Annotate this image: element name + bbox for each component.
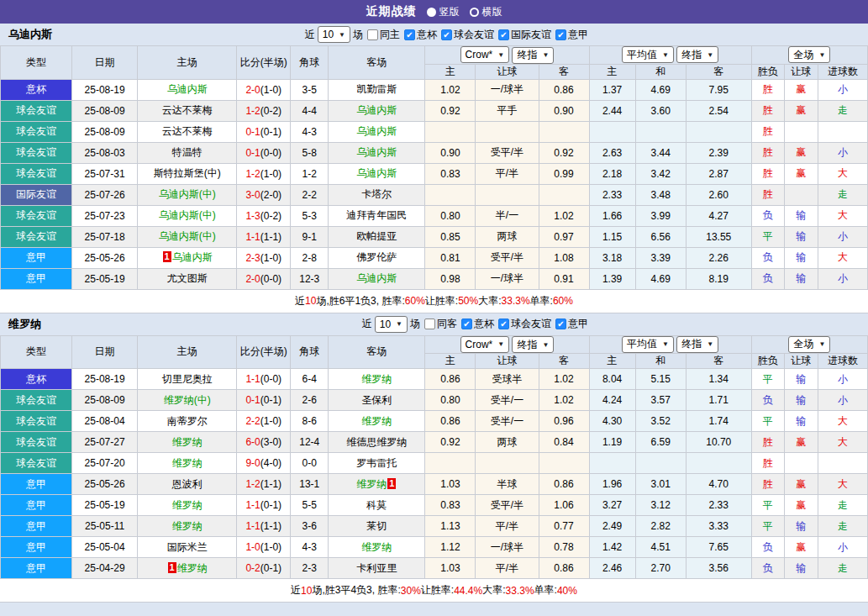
average-select[interactable]: 平均值▼ (622, 46, 674, 63)
odds-handicap: 半/一 (476, 205, 539, 226)
avg-away: 2.26 (686, 247, 751, 268)
league-checkbox[interactable]: ✔ (498, 29, 509, 40)
average-select[interactable]: 平均值▼ (622, 336, 674, 353)
same-venue-option: 同客 (424, 317, 457, 331)
league-checkbox[interactable]: ✔ (441, 29, 452, 40)
radio-horizontal-layout[interactable]: 横版 (470, 5, 502, 19)
fulltime-score: 2-2 (245, 415, 260, 427)
home-team-cell: 维罗纳 (138, 453, 237, 474)
odds-home: 1.03 (425, 474, 476, 495)
avg-final-select[interactable]: 终指▼ (676, 46, 718, 63)
home-team-name[interactable]: 南蒂罗尔 (167, 415, 208, 427)
away-team-name[interactable]: 维罗纳 (356, 478, 387, 490)
away-team-name[interactable]: 维罗纳 (361, 373, 392, 385)
odds-home: 1.12 (425, 537, 476, 558)
avg-draw: 4.69 (635, 268, 686, 289)
away-team-name[interactable]: 维罗纳 (361, 541, 392, 553)
radio-vertical-layout[interactable]: 竖版 (427, 5, 460, 19)
away-team-name[interactable]: 科莫 (366, 499, 387, 511)
away-team-name[interactable]: 乌迪内斯 (356, 167, 397, 179)
matches-count-select[interactable]: 10▼ (375, 316, 408, 333)
home-team-name[interactable]: 维罗纳 (172, 436, 203, 448)
league-checkbox[interactable]: ✔ (498, 319, 509, 329)
average-group-header: 平均值▼ 终指▼ (589, 335, 751, 354)
home-team-name[interactable]: 云达不莱梅 (162, 125, 213, 137)
odds-away: 0.84 (539, 432, 589, 453)
avg-draw: 3.52 (635, 411, 686, 432)
away-team-name[interactable]: 维德思维罗纳 (346, 436, 407, 448)
home-team-name[interactable]: 维罗纳 (172, 499, 203, 511)
away-team-name[interactable]: 佛罗伦萨 (356, 251, 397, 263)
match-row: 国际友谊25-07-26乌迪内斯(中)3-0(2-0)2-2卡塔尔2.333.4… (1, 184, 868, 205)
page: 近期战绩 竖版 横版 乌迪内斯 近10▼场同主✔意杯✔球会友谊✔国际友谊✔意甲 … (0, 0, 868, 616)
away-team-name[interactable]: 凯勤雷斯 (356, 83, 397, 95)
away-team-name[interactable]: 莱切 (366, 520, 387, 532)
scope-select[interactable]: 全场▼ (788, 336, 830, 353)
match-date: 25-07-26 (72, 184, 138, 205)
match-date: 25-08-19 (72, 79, 138, 100)
away-team-name[interactable]: 罗韦雷托 (356, 457, 397, 469)
book-final-select[interactable]: 终指▼ (512, 336, 554, 353)
avg-home: 2.44 (589, 100, 635, 121)
home-team-name[interactable]: 维罗纳 (172, 457, 203, 469)
home-team-name[interactable]: 乌迪内斯(中) (159, 230, 216, 242)
average-group-header: 平均值▼ 终指▼ (589, 46, 751, 65)
chevron-down-icon: ▼ (707, 51, 713, 59)
away-team-name[interactable]: 迪拜青年国民 (346, 209, 407, 221)
away-team-name[interactable]: 维罗纳 (361, 415, 392, 427)
match-date: 25-07-23 (72, 205, 138, 226)
home-team-name[interactable]: 维罗纳(中) (164, 394, 211, 406)
odds-home: 0.80 (425, 390, 476, 411)
goals-cell: 大 (818, 474, 867, 495)
bookmaker-select[interactable]: Crow*▼ (460, 336, 510, 353)
away-team-name[interactable]: 欧帕提亚 (356, 230, 397, 242)
book-final-select[interactable]: 终指▼ (512, 47, 554, 64)
avg-draw: 3.01 (635, 474, 686, 495)
goals-cell: 走 (818, 100, 867, 121)
league-checkbox[interactable]: ✔ (404, 29, 415, 40)
home-team-name[interactable]: 恩波利 (172, 478, 203, 490)
match-score: 1-1(0-1) (237, 495, 291, 516)
scope-select[interactable]: 全场▼ (788, 46, 830, 63)
home-team-name[interactable]: 尤文图斯 (167, 272, 208, 284)
result-cell: 平 (751, 411, 784, 432)
home-team-name[interactable]: 乌迪内斯(中) (159, 209, 216, 221)
away-team-name[interactable]: 卡塔尔 (361, 188, 392, 200)
corner-score: 4-3 (291, 121, 329, 142)
home-team-name[interactable]: 国际米兰 (167, 541, 208, 553)
league-checkbox[interactable]: ✔ (555, 319, 566, 329)
bookmaker-select[interactable]: Crow*▼ (460, 46, 510, 63)
home-team-name[interactable]: 乌迪内斯(中) (159, 188, 216, 200)
same-venue-checkbox[interactable] (424, 319, 435, 329)
away-team-name[interactable]: 圣保利 (361, 394, 392, 406)
away-team-name[interactable]: 乌迪内斯 (356, 272, 397, 284)
home-team-name[interactable]: 维罗纳 (172, 520, 203, 532)
home-team-name[interactable]: 切里尼奥拉 (162, 373, 213, 385)
home-team-name[interactable]: 特温特 (172, 146, 203, 158)
handicap-result-cell: 赢 (784, 432, 818, 453)
league-checkbox[interactable]: ✔ (555, 29, 566, 40)
home-team-name[interactable]: 乌迪内斯 (172, 251, 213, 263)
home-team-name[interactable]: 乌迪内斯 (167, 83, 208, 95)
match-score: 0-2(0-1) (237, 558, 291, 579)
corner-score: 5-3 (291, 205, 329, 226)
avg-final-select[interactable]: 终指▼ (676, 336, 718, 353)
home-team-name[interactable]: 云达不莱梅 (162, 104, 213, 116)
away-team-name[interactable]: 乌迪内斯 (356, 104, 397, 116)
matches-count-select[interactable]: 10▼ (318, 26, 350, 43)
match-row: 意杯25-08-19乌迪内斯2-0(1-0)3-5凯勤雷斯1.02一/球半0.8… (1, 79, 868, 100)
avg-draw: 3.44 (635, 142, 686, 163)
league-checkbox[interactable]: ✔ (461, 319, 472, 329)
col-header-odds-home: 主 (425, 354, 476, 369)
home-team-name[interactable]: 维罗纳 (177, 562, 208, 574)
halftime-score: (1-1) (260, 231, 281, 243)
home-team-name[interactable]: 斯特拉斯堡(中) (154, 167, 221, 179)
away-team-name[interactable]: 乌迪内斯 (356, 125, 397, 137)
avg-draw: 5.15 (635, 369, 686, 390)
corner-score: 2-2 (291, 184, 329, 205)
match-row: 意甲25-05-04国际米兰1-0(1-0)4-3维罗纳1.12一/球半0.78… (1, 537, 868, 558)
same-venue-checkbox[interactable] (367, 29, 378, 40)
corner-score: 2-6 (291, 390, 329, 411)
away-team-name[interactable]: 卡利亚里 (356, 562, 397, 574)
away-team-name[interactable]: 乌迪内斯 (356, 146, 397, 158)
